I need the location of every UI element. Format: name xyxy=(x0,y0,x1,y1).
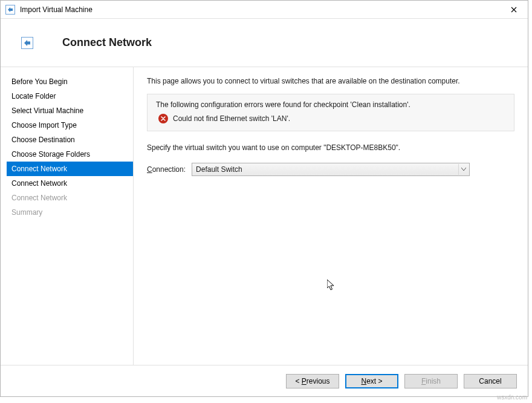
wizard-step-9: Summary xyxy=(7,205,133,220)
wizard-step-1[interactable]: Locate Folder xyxy=(7,89,133,103)
wizard-step-8: Connect Network xyxy=(7,191,133,205)
close-icon xyxy=(511,7,517,13)
finish-button[interactable]: Finish xyxy=(404,374,458,388)
connection-value: Default Switch xyxy=(196,165,458,174)
wizard-header: Connect Network xyxy=(1,19,528,67)
titlebar: Import Virtual Machine xyxy=(1,1,528,19)
error-box: The following configuration errors were … xyxy=(147,94,514,131)
cancel-button[interactable]: Cancel xyxy=(464,374,517,388)
wizard-header-icon xyxy=(21,37,33,49)
wizard-step-2[interactable]: Select Virtual Machine xyxy=(7,103,133,118)
wizard-step-4[interactable]: Choose Destination xyxy=(7,133,133,147)
wizard-steps-sidebar: Before You BeginLocate FolderSelect Virt… xyxy=(7,67,134,365)
window-title: Import Virtual Machine xyxy=(20,5,500,14)
wizard-step-6[interactable]: Connect Network xyxy=(7,162,133,176)
app-icon xyxy=(5,5,15,15)
intro-text: This page allows you to connect to virtu… xyxy=(147,77,514,85)
specify-text: Specify the virtual switch you want to u… xyxy=(147,143,514,152)
connection-dropdown[interactable]: Default Switch xyxy=(192,163,470,176)
wizard-main: This page allows you to connect to virtu… xyxy=(134,67,528,365)
wizard-step-7[interactable]: Connect Network xyxy=(7,176,133,191)
wizard-body: Before You BeginLocate FolderSelect Virt… xyxy=(1,67,528,365)
error-item: Could not find Ethernet switch 'LAN'. xyxy=(158,114,505,123)
wizard-footer: < Previous Next > Finish Cancel xyxy=(1,365,528,396)
wizard-step-0[interactable]: Before You Begin xyxy=(7,74,133,89)
watermark: wsxdn.com xyxy=(497,394,527,401)
wizard-step-3[interactable]: Choose Import Type xyxy=(7,118,133,133)
page-title: Connect Network xyxy=(62,36,152,49)
wizard-window: Import Virtual Machine Connect Network B… xyxy=(0,0,528,397)
error-heading: The following configuration errors were … xyxy=(156,100,505,109)
connection-label: Connection: xyxy=(147,165,186,174)
connection-row: Connection: Default Switch xyxy=(147,163,514,176)
wizard-step-5[interactable]: Choose Storage Folders xyxy=(7,147,133,162)
error-item-text: Could not find Ethernet switch 'LAN'. xyxy=(173,114,290,123)
chevron-down-icon xyxy=(458,164,468,175)
close-button[interactable] xyxy=(500,1,528,19)
next-button[interactable]: Next > xyxy=(345,374,398,388)
previous-button[interactable]: < Previous xyxy=(286,374,339,388)
error-icon xyxy=(158,114,168,123)
